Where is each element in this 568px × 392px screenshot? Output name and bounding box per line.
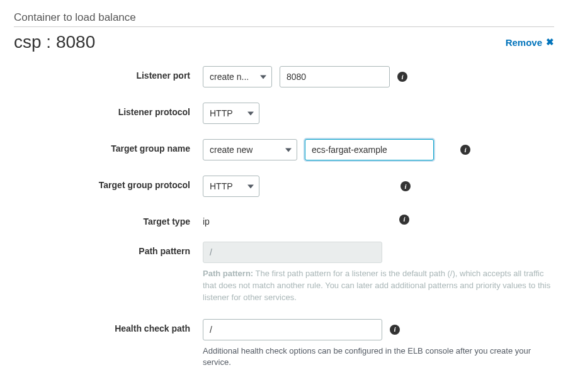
row-target-group-name: Target group name create new [14, 139, 554, 160]
container-header-row: csp : 8080 Remove ✖ [14, 32, 554, 52]
info-icon[interactable] [397, 72, 407, 82]
target-group-name-select[interactable]: create new [203, 139, 297, 160]
path-pattern-help-text: The first path pattern for a listener is… [203, 269, 550, 302]
target-group-protocol-select[interactable]: HTTP [203, 176, 259, 197]
controls-health-check-path: Additional health check options can be c… [203, 319, 554, 369]
chevron-down-icon [285, 148, 292, 152]
chevron-down-icon [247, 112, 254, 116]
path-pattern-help: Path pattern: The first path pattern for… [203, 268, 554, 304]
section-divider [14, 26, 554, 27]
target-type-value: ip [203, 212, 392, 227]
controls-path-pattern: Path pattern: The first path pattern for… [203, 242, 554, 304]
label-path-pattern: Path pattern [14, 242, 203, 256]
row-listener-port: Listener port create n... [14, 66, 554, 87]
controls-target-group-protocol: HTTP [203, 176, 554, 197]
listener-port-select[interactable]: create n... [203, 66, 272, 87]
listener-port-input[interactable] [280, 66, 390, 87]
info-icon[interactable] [399, 215, 409, 225]
label-health-check-path: Health check path [14, 319, 203, 333]
controls-target-group-name: create new [203, 139, 554, 160]
label-target-group-protocol: Target group protocol [14, 176, 203, 190]
health-check-help: Additional health check options can be c… [203, 345, 554, 369]
label-listener-protocol: Listener protocol [14, 103, 203, 117]
label-listener-port: Listener port [14, 66, 203, 81]
remove-button[interactable]: Remove ✖ [506, 36, 554, 48]
container-name-header: csp : 8080 [14, 32, 95, 52]
listener-port-select-value: create n... [210, 72, 249, 82]
target-group-protocol-select-value: HTTP [210, 181, 233, 191]
listener-protocol-select-value: HTTP [210, 108, 233, 118]
row-target-group-protocol: Target group protocol HTTP [14, 176, 554, 197]
info-icon[interactable] [400, 181, 411, 191]
row-path-pattern: Path pattern Path pattern: The first pat… [14, 242, 554, 304]
row-target-type: Target type ip [14, 212, 554, 227]
controls-listener-protocol: HTTP [203, 103, 554, 124]
info-icon[interactable] [460, 145, 470, 155]
path-pattern-input [203, 242, 382, 263]
close-icon: ✖ [546, 36, 554, 48]
controls-listener-port: create n... [203, 66, 554, 87]
row-health-check-path: Health check path Additional health chec… [14, 319, 554, 369]
label-target-group-name: Target group name [14, 139, 203, 154]
path-pattern-help-bold: Path pattern: [203, 269, 253, 278]
section-title: Container to load balance [14, 11, 554, 24]
chevron-down-icon [260, 76, 266, 79]
remove-label: Remove [506, 37, 542, 48]
info-icon[interactable] [390, 325, 400, 335]
target-group-name-input[interactable] [305, 139, 434, 160]
row-listener-protocol: Listener protocol HTTP [14, 103, 554, 124]
target-group-name-select-value: create new [210, 145, 253, 155]
label-target-type: Target type [14, 212, 203, 227]
health-check-path-input[interactable] [203, 319, 382, 340]
listener-protocol-select[interactable]: HTTP [203, 103, 259, 124]
chevron-down-icon [247, 185, 254, 189]
controls-target-type: ip [203, 212, 554, 227]
